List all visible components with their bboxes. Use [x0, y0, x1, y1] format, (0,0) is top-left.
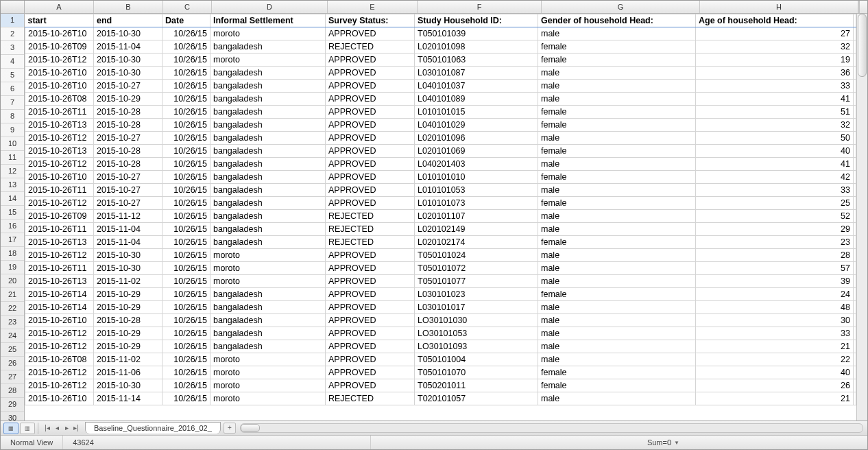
row-header-18[interactable]: 18: [1, 247, 24, 261]
cell[interactable]: L020102149: [415, 223, 538, 236]
row-header-27[interactable]: 27: [1, 370, 24, 384]
cell[interactable]: male: [538, 314, 696, 327]
cell[interactable]: 2015-10-26T09: [25, 40, 94, 54]
cell[interactable]: moroto: [210, 353, 326, 366]
cell[interactable]: 2015-11-06: [94, 366, 162, 379]
cell[interactable]: female: [538, 288, 696, 301]
table-row[interactable]: 2015-10-26T102015-10-2810/26/15bangalade…: [25, 314, 856, 327]
cell[interactable]: male: [538, 301, 696, 314]
cell[interactable]: 2015-10-27: [94, 184, 162, 197]
row-header-11[interactable]: 11: [1, 151, 24, 165]
cell[interactable]: L020101107: [415, 210, 538, 223]
cell[interactable]: 2015-10-26T12: [25, 132, 94, 145]
header-cell[interactable]: Informal Settlement: [210, 14, 326, 27]
row-header-4[interactable]: 4: [1, 55, 24, 69]
table-row[interactable]: 2015-10-26T102015-10-3010/26/15bangalade…: [25, 67, 856, 80]
cell[interactable]: male: [538, 210, 696, 223]
column-header-G[interactable]: G: [542, 1, 700, 13]
horizontal-scroll-thumb[interactable]: [241, 424, 260, 432]
cell[interactable]: APPROVED: [326, 119, 415, 132]
row-header-23[interactable]: 23: [1, 316, 24, 329]
cell[interactable]: APPROVED: [326, 379, 415, 392]
cell[interactable]: T050101063: [415, 54, 538, 67]
cell[interactable]: 26: [696, 379, 854, 392]
cell[interactable]: L020102174: [415, 236, 538, 249]
cell[interactable]: L030101017: [415, 301, 538, 314]
table-row[interactable]: 2015-10-26T092015-11-0410/26/15bangalade…: [25, 40, 856, 54]
cell[interactable]: 2015-10-29: [94, 93, 162, 106]
table-row[interactable]: 2015-10-26T122015-11-0610/26/15morotoAPP…: [25, 366, 856, 379]
row-header-30[interactable]: 30: [1, 412, 24, 421]
cell[interactable]: T050101004: [415, 353, 538, 366]
cell[interactable]: APPROVED: [326, 158, 415, 171]
cell[interactable]: 10/26/15: [162, 366, 210, 379]
cell[interactable]: female: [538, 236, 696, 249]
cell[interactable]: female: [538, 54, 696, 67]
cell[interactable]: 10/26/15: [162, 40, 210, 54]
row-header-29[interactable]: 29: [1, 398, 24, 412]
cell[interactable]: 2015-10-26T12: [25, 197, 94, 210]
cell[interactable]: APPROVED: [326, 80, 415, 93]
cell[interactable]: T050201011: [415, 379, 538, 392]
cell[interactable]: 2015-11-02: [94, 275, 162, 288]
cell[interactable]: male: [538, 80, 696, 93]
cell[interactable]: 25: [696, 197, 854, 210]
cell[interactable]: 2015-10-26T10: [25, 80, 94, 93]
add-sheet-button[interactable]: +: [224, 423, 236, 434]
cell[interactable]: REJECTED: [326, 223, 415, 236]
cell[interactable]: bangaladesh: [210, 80, 326, 93]
cell[interactable]: male: [538, 353, 696, 366]
cell[interactable]: bangaladesh: [210, 184, 326, 197]
horizontal-scrollbar[interactable]: [240, 423, 863, 433]
cell[interactable]: moroto: [210, 27, 326, 40]
header-cell[interactable]: Age of household Head:: [696, 14, 854, 27]
cell[interactable]: moroto: [210, 275, 326, 288]
view-mode-label[interactable]: Normal View: [1, 436, 63, 449]
table-row[interactable]: 2015-10-26T082015-10-2910/26/15bangalade…: [25, 93, 856, 106]
table-row[interactable]: 2015-10-26T132015-10-2810/26/15bangalade…: [25, 145, 856, 158]
cell[interactable]: 2015-10-26T12: [25, 379, 94, 392]
cell[interactable]: 2015-10-26T08: [25, 353, 94, 366]
cell[interactable]: 40: [696, 366, 854, 379]
cell[interactable]: 23: [696, 236, 854, 249]
row-header-5[interactable]: 5: [1, 69, 24, 82]
cell[interactable]: 2015-10-27: [94, 171, 162, 184]
cell[interactable]: L010101015: [415, 106, 538, 119]
row-header-1[interactable]: 1: [1, 14, 24, 27]
cell[interactable]: 33: [696, 327, 854, 340]
column-header-D[interactable]: D: [212, 1, 328, 13]
cell[interactable]: APPROVED: [326, 340, 415, 353]
cell[interactable]: bangaladesh: [210, 67, 326, 80]
cell[interactable]: REJECTED: [326, 236, 415, 249]
cell[interactable]: 10/26/15: [162, 392, 210, 405]
cell[interactable]: LO30101030: [415, 314, 538, 327]
cell[interactable]: 29: [696, 223, 854, 236]
cell[interactable]: L020101069: [415, 145, 538, 158]
cell[interactable]: 2015-10-30: [94, 379, 162, 392]
cell[interactable]: 2015-10-30: [94, 262, 162, 275]
row-header-6[interactable]: 6: [1, 82, 24, 96]
cell[interactable]: 2015-10-28: [94, 119, 162, 132]
table-row[interactable]: 2015-10-26T102015-11-1410/26/15morotoREJ…: [25, 392, 856, 405]
cell[interactable]: 21: [696, 392, 854, 405]
vertical-scrollbar[interactable]: [856, 14, 867, 421]
cell[interactable]: moroto: [210, 366, 326, 379]
cell[interactable]: 40: [696, 145, 854, 158]
cell[interactable]: 42: [696, 171, 854, 184]
cell[interactable]: bangaladesh: [210, 145, 326, 158]
row-header-14[interactable]: 14: [1, 192, 24, 206]
cell[interactable]: 2015-10-26T12: [25, 327, 94, 340]
table-row[interactable]: 2015-10-26T142015-10-2910/26/15bangalade…: [25, 288, 856, 301]
cell[interactable]: 10/26/15: [162, 262, 210, 275]
cell[interactable]: 2015-10-30: [94, 54, 162, 67]
cell[interactable]: APPROVED: [326, 262, 415, 275]
page-layout-view-button[interactable]: ▥: [20, 423, 35, 434]
vertical-scroll-thumb[interactable]: [858, 14, 867, 77]
cell[interactable]: T050101024: [415, 249, 538, 262]
cell[interactable]: 2015-10-26T13: [25, 119, 94, 132]
cell[interactable]: male: [538, 392, 696, 405]
cell[interactable]: 2015-10-26T13: [25, 275, 94, 288]
cell[interactable]: bangaladesh: [210, 236, 326, 249]
cell[interactable]: 2015-10-26T11: [25, 184, 94, 197]
cell[interactable]: 2015-11-04: [94, 40, 162, 54]
